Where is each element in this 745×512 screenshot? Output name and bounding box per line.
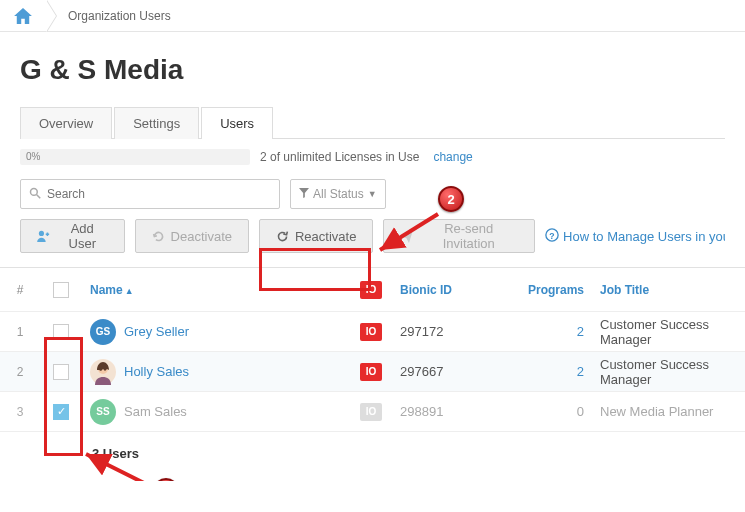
add-user-button[interactable]: Add User [20, 219, 125, 253]
row-checkbox-cell: ✓ [40, 404, 82, 420]
name-cell[interactable]: SSSam Sales [82, 399, 352, 425]
svg-text:?: ? [549, 230, 554, 240]
help-link[interactable]: ? How to Manage Users in your [545, 228, 725, 245]
io-icon: IO [360, 363, 382, 381]
search-input-wrap[interactable] [20, 179, 280, 209]
programs-count[interactable]: 2 [502, 364, 592, 379]
change-link[interactable]: change [433, 150, 472, 164]
user-plus-icon [37, 230, 51, 242]
io-cell: IO [352, 323, 392, 341]
action-bar: Add User Deactivate Reactivate Re-send I… [0, 219, 745, 267]
chevron-down-icon: ▼ [368, 189, 377, 199]
row-checkbox[interactable] [53, 364, 69, 380]
undo-icon [152, 230, 165, 243]
svg-point-2 [39, 231, 44, 236]
filter-bar: All Status ▼ [0, 171, 745, 219]
row-number: 1 [0, 325, 40, 339]
row-number: 3 [0, 405, 40, 419]
io-icon: IO [360, 323, 382, 341]
bionic-id: 297667 [392, 364, 502, 379]
name-cell[interactable]: Holly Sales [82, 359, 352, 385]
license-progress: 0% [20, 149, 250, 165]
license-row: 0% 2 of unlimited Licenses in Use change [0, 139, 745, 171]
table-row[interactable]: 2Holly SalesIO2976672Customer Success Ma… [0, 352, 745, 392]
search-icon [29, 187, 41, 202]
col-bionic-id[interactable]: Bionic ID [392, 283, 502, 297]
user-name: Sam Sales [124, 404, 187, 419]
resend-invitation-button[interactable]: Re-send Invitation [383, 219, 535, 253]
breadcrumb-page[interactable]: Organization Users [46, 9, 189, 23]
send-icon [400, 230, 413, 243]
table-footer: 3 Users [0, 432, 745, 481]
license-text: 2 of unlimited Licenses in Use [260, 150, 419, 164]
tab-overview[interactable]: Overview [20, 107, 112, 139]
avatar [90, 359, 116, 385]
help-icon: ? [545, 228, 559, 245]
io-cell: IO [352, 403, 392, 421]
row-checkbox[interactable]: ✓ [53, 404, 69, 420]
row-number: 2 [0, 365, 40, 379]
user-name: Holly Sales [124, 364, 189, 379]
row-checkbox[interactable] [53, 324, 69, 340]
home-icon[interactable] [0, 0, 46, 32]
tab-users[interactable]: Users [201, 107, 273, 139]
programs-count[interactable]: 2 [502, 324, 592, 339]
job-title: Customer Success Manager [592, 357, 745, 387]
programs-count: 0 [502, 404, 592, 419]
col-checkbox[interactable] [40, 282, 82, 298]
tab-settings[interactable]: Settings [114, 107, 199, 139]
sort-asc-icon: ▲ [125, 286, 134, 296]
io-icon: IO [360, 403, 382, 421]
avatar: GS [90, 319, 116, 345]
svg-line-1 [37, 194, 41, 198]
svg-point-0 [31, 188, 38, 195]
deactivate-button[interactable]: Deactivate [135, 219, 249, 253]
page-title: G & S Media [0, 32, 745, 106]
row-checkbox-cell [40, 324, 82, 340]
bionic-id: 297172 [392, 324, 502, 339]
col-name[interactable]: Name▲ [82, 283, 352, 297]
tabs: Overview Settings Users [20, 106, 725, 139]
io-cell: IO [352, 363, 392, 381]
status-filter-label: All Status [313, 187, 364, 201]
filter-icon [299, 187, 309, 201]
io-icon: IO [360, 281, 382, 299]
job-title: New Media Planner [592, 404, 745, 419]
row-checkbox-cell [40, 364, 82, 380]
name-cell[interactable]: GSGrey Seller [82, 319, 352, 345]
users-table: # Name▲ IO Bionic ID Programs Job Title … [0, 267, 745, 432]
refresh-icon [276, 230, 289, 243]
avatar: SS [90, 399, 116, 425]
user-name: Grey Seller [124, 324, 189, 339]
col-io[interactable]: IO [352, 281, 392, 299]
job-title: Customer Success Manager [592, 317, 745, 347]
callout-2: 2 [438, 186, 464, 212]
bionic-id: 298891 [392, 404, 502, 419]
col-number[interactable]: # [0, 283, 40, 297]
search-input[interactable] [47, 187, 271, 201]
status-filter[interactable]: All Status ▼ [290, 179, 386, 209]
col-job-title[interactable]: Job Title [592, 283, 745, 297]
select-all-checkbox[interactable] [53, 282, 69, 298]
reactivate-button[interactable]: Reactivate [259, 219, 373, 253]
col-programs[interactable]: Programs [502, 283, 592, 297]
table-row[interactable]: 1GSGrey SellerIO2971722Customer Success … [0, 312, 745, 352]
breadcrumb: Organization Users [0, 0, 745, 32]
table-row[interactable]: 3✓SSSam SalesIO2988910New Media Planner [0, 392, 745, 432]
